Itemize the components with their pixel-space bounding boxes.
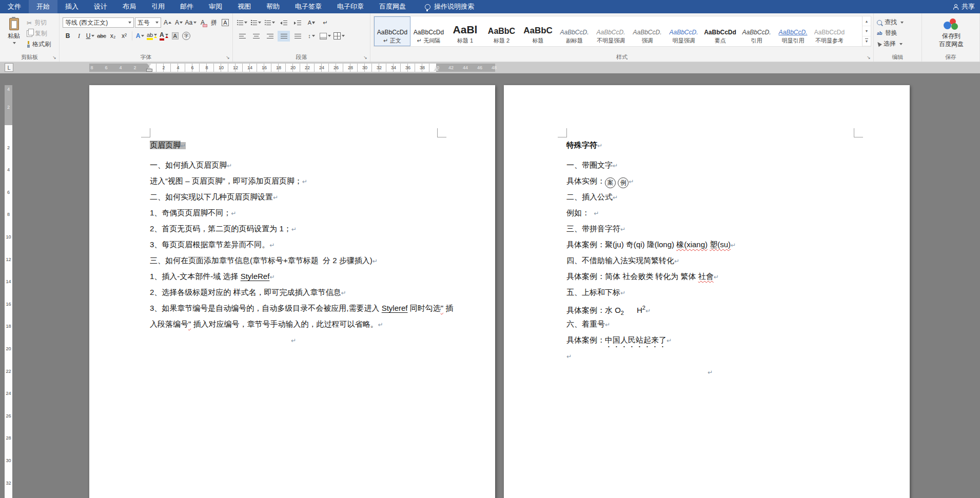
paragraph[interactable]: 1、奇偶页页眉脚不同；↵ bbox=[150, 205, 437, 221]
paragraph[interactable]: 二、如何实现以下几种页眉页脚设置↵ bbox=[150, 189, 437, 205]
font-color-button[interactable]: A bbox=[159, 31, 169, 42]
tab-view[interactable]: 视图 bbox=[230, 0, 259, 13]
styles-dialog-launcher[interactable]: ↘ bbox=[866, 54, 872, 61]
paragraph[interactable]: 3、如果章节编号是自动编号的，自动多级目录不会被应用,需要进入 Styleref… bbox=[150, 300, 437, 316]
strikethrough-button[interactable]: abc bbox=[96, 31, 107, 42]
increase-indent-button[interactable] bbox=[291, 17, 304, 28]
paragraph[interactable]: 三、带拼音字符↵ bbox=[566, 221, 854, 236]
style-heading-1[interactable]: AaBl标题 1 bbox=[447, 16, 483, 46]
phonetic-guide-button[interactable]: 拼 bbox=[209, 17, 219, 28]
style-title[interactable]: AaBbC标题 bbox=[520, 16, 556, 46]
align-right-button[interactable] bbox=[264, 31, 276, 42]
select-button[interactable]: 选择 bbox=[877, 39, 919, 48]
tab-review[interactable]: 审阅 bbox=[201, 0, 230, 13]
save-to-baidu-button[interactable]: 保存到 百度网盘 bbox=[925, 16, 977, 48]
left-indent-marker[interactable] bbox=[146, 69, 152, 72]
tell-me-search[interactable]: 操作说明搜索 bbox=[425, 0, 474, 13]
paste-button[interactable]: 粘贴 bbox=[3, 16, 25, 49]
style-normal[interactable]: AaBbCcDd↵ 正文 bbox=[374, 16, 410, 46]
share-button[interactable]: 共享 bbox=[948, 0, 980, 13]
paragraph[interactable]: 三、如何在页面添加章节信息(章节标号+章节标题 分 2 步骤插入)↵ bbox=[150, 252, 437, 268]
tab-design[interactable]: 设计 bbox=[86, 0, 115, 13]
paragraph[interactable]: 2、首页无页码，第二页的页码设置为 1；↵ bbox=[150, 221, 437, 236]
format-painter-button[interactable]: 格式刷 bbox=[27, 40, 51, 49]
tab-help[interactable]: 帮助 bbox=[259, 0, 287, 13]
style-gallery-up-button[interactable]: ▲ bbox=[863, 16, 871, 26]
font-size-select[interactable]: 五号 bbox=[135, 17, 162, 28]
bullets-button[interactable] bbox=[236, 17, 248, 28]
tab-home[interactable]: 开始 bbox=[29, 0, 57, 13]
grow-font-button[interactable]: A bbox=[162, 17, 172, 28]
shading-button[interactable] bbox=[319, 31, 331, 42]
align-center-button[interactable] bbox=[250, 31, 262, 42]
numbering-button[interactable] bbox=[250, 17, 262, 28]
sort-button[interactable]: A bbox=[305, 17, 318, 28]
right-indent-marker[interactable] bbox=[434, 68, 439, 71]
highlight-color-button[interactable]: ab bbox=[146, 31, 158, 42]
paragraph[interactable]: ↵ bbox=[150, 332, 437, 348]
paragraph[interactable]: ↵ bbox=[566, 348, 854, 364]
change-case-button[interactable]: Aa bbox=[185, 17, 197, 28]
paragraph[interactable]: 3、每页页眉根据章节差异而不同。↵ bbox=[150, 236, 437, 252]
align-left-button[interactable] bbox=[236, 31, 248, 42]
distribute-button[interactable] bbox=[291, 31, 304, 42]
paragraph[interactable]: 四、不借助输入法实现简繁转化↵ bbox=[566, 252, 854, 268]
clipboard-dialog-launcher[interactable]: ↘ bbox=[51, 54, 57, 61]
decrease-indent-button[interactable] bbox=[278, 17, 290, 28]
first-line-indent-marker[interactable] bbox=[147, 63, 152, 66]
paragraph[interactable]: 一、带圈文字↵ bbox=[566, 157, 854, 173]
clear-formatting-button[interactable]: A bbox=[198, 17, 208, 28]
style-subtle-reference[interactable]: AaBbCcDd不明显参考 bbox=[811, 16, 848, 46]
paragraph[interactable]: 特殊字符↵ bbox=[566, 137, 854, 153]
paragraph[interactable]: 例如： ↵ bbox=[566, 205, 854, 221]
h-ruler[interactable]: 8642246810121416182022242628303234363840… bbox=[89, 64, 495, 72]
text-effects-button[interactable]: A bbox=[135, 31, 145, 42]
style-gallery-more-button[interactable]: ▼ bbox=[863, 36, 871, 46]
tab-file[interactable]: 文件 bbox=[0, 0, 29, 13]
paragraph[interactable]: 进入“视图 – 页眉页脚”，即可添加页眉页脚；↵ bbox=[150, 173, 437, 189]
copy-button[interactable]: 复制 bbox=[27, 29, 51, 38]
paragraph[interactable]: 五、上标和下标↵ bbox=[566, 284, 854, 300]
tab-baidu-netdisk[interactable]: 百度网盘 bbox=[371, 0, 414, 13]
style-subtitle[interactable]: AaBbCcD.副标题 bbox=[556, 16, 593, 46]
character-shading-button[interactable]: A bbox=[170, 31, 180, 42]
multilevel-list-button[interactable] bbox=[264, 17, 276, 28]
tab-mailings[interactable]: 邮件 bbox=[172, 0, 201, 13]
style-heading-2[interactable]: AaBbC标题 2 bbox=[483, 16, 520, 46]
paragraph[interactable]: 1、插入-文本部件-域 选择 StyleRef↵ bbox=[150, 268, 437, 284]
paragraph[interactable]: 具体实例：案 例↵ bbox=[566, 173, 854, 189]
paragraph[interactable]: ↵ bbox=[566, 364, 854, 380]
cut-button[interactable]: ✂ 剪切 bbox=[27, 18, 51, 27]
show-marks-button[interactable]: ↵ bbox=[319, 17, 331, 28]
line-spacing-button[interactable]: ↕ bbox=[305, 31, 318, 42]
paragraph[interactable]: 具体案例：水 O2 H2↵ bbox=[566, 300, 854, 316]
paragraph[interactable]: 二、插入公式↵ bbox=[566, 189, 854, 205]
paragraph[interactable]: 具体案例：聚(ju) 奇(qi) 隆(long) 橡(xiang) 塑(su)↵ bbox=[566, 236, 854, 252]
paragraph[interactable]: 六、着重号↵ bbox=[566, 316, 854, 332]
font-name-select[interactable]: 等线 (西文正文) bbox=[63, 17, 134, 28]
style-no-spacing[interactable]: AaBbCcDd↵ 无间隔 bbox=[410, 16, 447, 46]
style-intense-quote[interactable]: AaBbCcD.明显引用 bbox=[775, 16, 811, 46]
shrink-font-button[interactable]: A bbox=[173, 17, 184, 28]
bold-button[interactable]: B bbox=[63, 31, 73, 42]
paragraph[interactable]: 2、选择各级标题对应的 样式名，即可完成插入章节信息↵ bbox=[150, 284, 437, 300]
paragraph[interactable]: 具体案例：中国人民站起来了↵ bbox=[566, 332, 854, 348]
tab-e-signature[interactable]: 电子签章 bbox=[287, 0, 329, 13]
tab-e-seal[interactable]: 电子印章 bbox=[329, 0, 371, 13]
justify-button[interactable] bbox=[278, 31, 290, 42]
character-border-button[interactable]: A bbox=[220, 17, 230, 28]
superscript-button[interactable]: x² bbox=[119, 31, 129, 42]
paragraph[interactable]: 具体案例：简体 社会败类 转化为 繁体 社會↵ bbox=[566, 268, 854, 284]
find-button[interactable]: 查找 bbox=[877, 18, 919, 27]
style-quote[interactable]: AaBbCcD.引用 bbox=[738, 16, 775, 46]
italic-button[interactable]: I bbox=[74, 31, 84, 42]
enclose-characters-button[interactable]: 字 bbox=[181, 31, 191, 42]
paragraph[interactable]: 页眉页脚↵ bbox=[150, 137, 437, 153]
style-intense-emphasis[interactable]: AaBbCcD.明显强调 bbox=[665, 16, 702, 46]
tab-selector[interactable]: L bbox=[5, 63, 13, 72]
borders-button[interactable] bbox=[333, 31, 345, 42]
tab-insert[interactable]: 插入 bbox=[57, 0, 86, 13]
style-gallery-down-button[interactable]: ▼ bbox=[863, 26, 871, 36]
paragraph[interactable]: 一、如何插入页眉页脚↵ bbox=[150, 157, 437, 173]
paragraph[interactable]: 入段落编号" 插入对应编号，章节号手动输入的，此过程可以省略。↵ bbox=[150, 316, 437, 332]
